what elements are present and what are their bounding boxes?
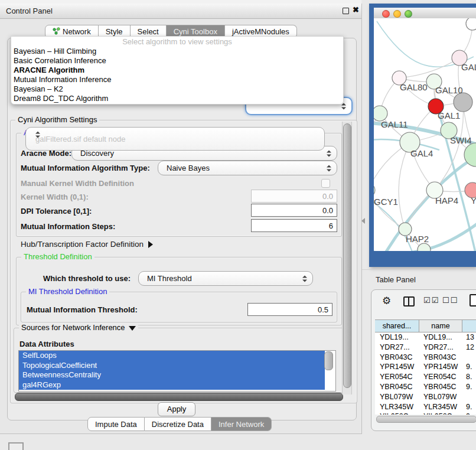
attribute-item-gal4rgexp[interactable]: gal4RGexp	[19, 380, 325, 390]
table-cell: 9.	[461, 402, 476, 412]
table-row[interactable]: YDR27...YDR27...12	[375, 343, 476, 353]
mi-type-combobox[interactable]: Naive Bayes	[158, 161, 337, 175]
table-panel: ⚙ ☑☑ ☐☐ shared...nameA YDL19...YDL19...1…	[371, 289, 476, 431]
attribute-item-selfloops[interactable]: SelfLoops	[19, 351, 325, 361]
document-icon[interactable]	[470, 294, 476, 306]
table-row[interactable]: YBR043CYBR043C	[375, 353, 476, 363]
node-label-y: Y	[471, 195, 476, 206]
table-cell: YBR043C	[375, 353, 419, 363]
table-row[interactable]: YBL079WYBL079W	[375, 392, 476, 402]
mi-type-value: Naive Bayes	[167, 164, 210, 172]
network-node[interactable]	[374, 183, 375, 197]
network-window-titlebar[interactable]	[374, 8, 476, 19]
node-label-gal1: GAL1	[438, 110, 460, 120]
table-cell: YBL079W	[375, 392, 419, 402]
deselect-all-columns-icon[interactable]: ☐☐	[442, 296, 458, 305]
threshold-definition-title: Threshold Definition	[21, 252, 94, 261]
network-canvas[interactable]: GALGAL80GAL10GAL1GAL11SWI4GAL4GCY1HAP4YH…	[374, 18, 476, 251]
table-row[interactable]: YIL052CYIL052C9.	[375, 412, 476, 415]
collapse-divider-arrow-icon[interactable]	[361, 218, 365, 224]
table-row[interactable]: YLR345WYLR345W9.	[375, 402, 476, 412]
algorithm-option-dream8-dc-tdc-algorithm[interactable]: Dream8 DC_TDC Algorithm	[11, 94, 343, 103]
split-columns-icon[interactable]	[403, 296, 415, 306]
node-label-hap4: HAP4	[435, 195, 458, 206]
kernel-width-field[interactable]: 0.0	[251, 190, 337, 203]
panel-divider	[362, 269, 476, 270]
column-header-a[interactable]: A	[462, 320, 476, 332]
algorithm-option-basic-correlation-inference[interactable]: Basic Correlation Inference	[11, 56, 343, 66]
attributes-list-scrollbar[interactable]	[324, 351, 333, 370]
table-row[interactable]: YER054CYER054C8.	[375, 372, 476, 382]
which-threshold-combobox[interactable]: MI Threshold	[138, 271, 313, 286]
mi-steps-field[interactable]: 6	[251, 219, 337, 232]
table-cell: YBR045C	[419, 382, 461, 392]
tab-infer-network[interactable]: Infer Network	[211, 417, 272, 431]
combo-arrows-icon	[327, 165, 331, 171]
apply-button[interactable]: Apply	[158, 402, 195, 416]
combo-arrows-icon	[327, 150, 331, 156]
minimize-traffic-light-icon[interactable]	[393, 10, 401, 18]
algorithm-option-bayesian-hill-climbing[interactable]: Bayesian – Hill Climbing	[11, 47, 343, 56]
table-cell: 12	[461, 343, 476, 353]
network-node[interactable]	[466, 18, 476, 30]
network-view-window: GALGAL80GAL10GAL1GAL11SWI4GAL4GCY1HAP4YH…	[369, 4, 476, 267]
network-node[interactable]	[418, 243, 431, 251]
table-cell: 8.	[461, 372, 476, 382]
network-combobox-value: galFiltered.sif default node	[35, 135, 125, 144]
close-traffic-light-icon[interactable]	[382, 10, 390, 18]
table-row[interactable]: YBR045CYBR045C9.	[375, 382, 476, 392]
close-icon[interactable]: ✖	[353, 5, 359, 14]
table-cell: 9.	[461, 362, 476, 372]
algorithm-dropdown-popup: Select algorithm to view settings Bayesi…	[11, 36, 344, 105]
tab-impute-data[interactable]: Impute Data	[87, 417, 145, 431]
algorithm-option-aracne-algorithm[interactable]: ARACNE Algorithm	[11, 66, 343, 75]
node-label-hap2: HAP2	[406, 234, 429, 244]
settings-scrollbar-thumb[interactable]	[343, 123, 351, 388]
column-header-name[interactable]: name	[419, 320, 462, 332]
table-cell	[461, 353, 476, 363]
data-attributes-label: Data Attributes	[19, 340, 74, 348]
zoom-traffic-light-icon[interactable]	[405, 10, 412, 18]
table-cell: YPR145W	[375, 362, 419, 372]
table-cell: YLR345W	[419, 402, 461, 412]
collapsed-arrow-icon	[148, 241, 153, 248]
network-node[interactable]	[454, 93, 472, 112]
mi-threshold-label: Mutual Information Threshold:	[27, 305, 138, 314]
node-label-gal10: GAL10	[435, 85, 463, 95]
select-all-columns-icon[interactable]: ☑☑	[423, 296, 439, 305]
dock-chip-icon[interactable]	[8, 442, 24, 450]
tab-discretize-data[interactable]: Discretize Data	[145, 417, 211, 431]
table-cell: YER054C	[375, 372, 419, 382]
attribute-item-betweennesscentrality[interactable]: BetweennessCentrality	[19, 370, 325, 380]
tab-label: Style	[106, 27, 123, 36]
hub-section-header[interactable]: Hub/Transcription Factor Definition	[21, 240, 153, 249]
algorithm-option-bayesian-k2[interactable]: Bayesian – K2	[11, 84, 343, 94]
mi-threshold-value: 0.5	[318, 305, 328, 314]
node-label-gal4: GAL4	[410, 148, 433, 158]
node-label-gal: GAL	[461, 62, 476, 72]
mi-threshold-field[interactable]: 0.5	[247, 303, 332, 316]
which-threshold-label: Which threshold to use:	[43, 274, 131, 283]
node-label-gal80: GAL80	[400, 82, 428, 92]
dpi-tolerance-field[interactable]: 0.0	[251, 204, 337, 217]
table-cell: YDR27...	[419, 343, 461, 353]
table-cell	[461, 392, 476, 402]
table-cell: YDL19...	[419, 332, 461, 343]
manual-kernel-checkbox[interactable]	[321, 179, 330, 188]
algorithm-option-mutual-information-inference[interactable]: Mutual Information Inference	[11, 75, 343, 84]
float-window-icon[interactable]	[343, 8, 349, 14]
network-combobox[interactable]: galFiltered.sif default node	[25, 127, 325, 151]
expanded-arrow-icon	[129, 326, 136, 331]
data-attributes-list[interactable]: SelfLoopsTopologicalCoefficientBetweenne…	[18, 350, 336, 392]
attribute-item-topologicalcoefficient[interactable]: TopologicalCoefficient	[19, 361, 325, 371]
control-panel-title: Control Panel	[6, 6, 53, 15]
table-row[interactable]: YPR145WYPR145W9.	[375, 362, 476, 372]
column-header-shared[interactable]: shared...	[375, 320, 419, 332]
table-cell: YBR045C	[375, 382, 419, 392]
settings-gear-icon[interactable]: ⚙	[382, 295, 391, 307]
table-horizontal-scrollbar[interactable]	[376, 416, 476, 423]
table-row[interactable]: YDL19...YDL19...13	[375, 332, 476, 343]
settings-horizontal-scrollbar[interactable]	[15, 393, 343, 401]
table-header-row: shared...nameA	[375, 319, 476, 332]
tab-label: Discretize Data	[152, 420, 204, 429]
